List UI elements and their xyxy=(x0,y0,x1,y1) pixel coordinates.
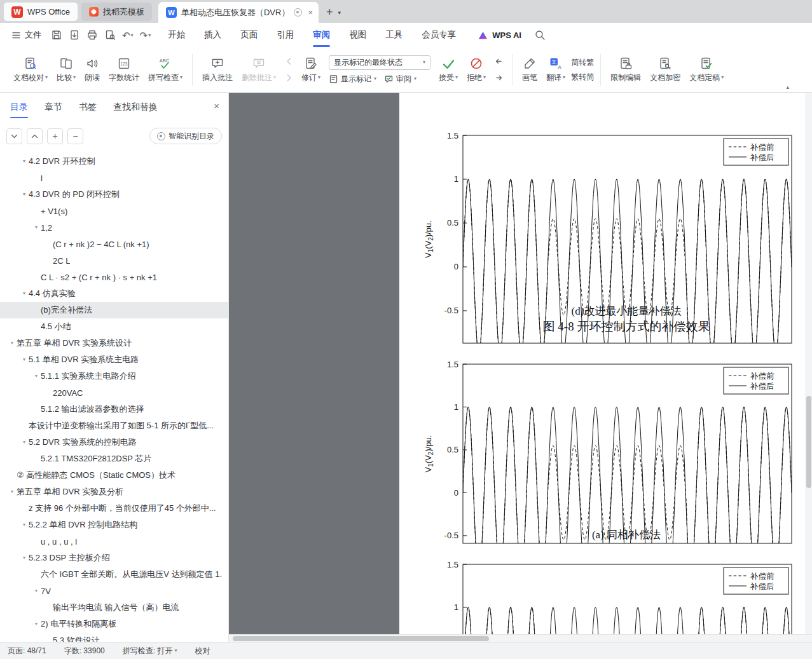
document-canvas[interactable]: 1.510.50-0.5V1(V2)/pu.补偿前补偿后 (d)改进最小能量补偿… xyxy=(229,93,812,642)
toc-item[interactable]: 4.5 小结 xyxy=(0,318,228,335)
menu-tab-page[interactable]: 页面 xyxy=(240,23,258,47)
translate-button[interactable]: 文A 翻译▾ xyxy=(542,54,570,86)
menu-tab-insert[interactable]: 插入 xyxy=(204,23,221,47)
close-tab-icon[interactable]: × xyxy=(308,8,313,17)
menu-tab-membership[interactable]: 会员专享 xyxy=(422,23,456,47)
show-markup-button[interactable]: 显示标记 ▾ xyxy=(329,74,376,85)
undo-button[interactable]: ↶▾ xyxy=(120,27,135,43)
document-page[interactable]: 1.510.50-0.5V1(V2)/pu.补偿前补偿后 (d)改进最小能量补偿… xyxy=(399,93,812,634)
brush-button[interactable]: 画笔 xyxy=(518,54,542,86)
tab-document[interactable]: W 单相动态电压恢复器（DVR） × xyxy=(158,2,319,23)
spell-check-indicator[interactable]: 拼写检查: 打开▾ xyxy=(123,646,177,656)
proofread-indicator[interactable]: 校对 xyxy=(195,646,210,656)
tab-docer-templates[interactable]: 找稻壳模板 xyxy=(81,3,152,21)
horizontal-scrollbar[interactable] xyxy=(229,634,812,642)
toc-item[interactable]: ▾5.2 DVR 实验系统的控制电路 xyxy=(0,434,228,451)
vertical-scrollbar[interactable] xyxy=(805,93,812,634)
toc-item[interactable]: ▾4.3 DVR 的 PD 闭环控制 xyxy=(0,186,228,203)
toc-item[interactable]: 5.1.2 输出滤波器参数的选择 xyxy=(0,401,228,418)
toc-item[interactable]: ▾5.2.2 单相 DVR 控制电路结构 xyxy=(0,517,228,533)
sidebar-tab-chapters[interactable]: 章节 xyxy=(45,93,62,122)
read-aloud-button[interactable]: 朗读 xyxy=(80,54,104,86)
toc-item[interactable]: ▾7V xyxy=(0,583,228,599)
export-pdf-button[interactable] xyxy=(67,27,82,43)
expand-triangle-icon[interactable]: ▾ xyxy=(20,291,29,296)
toc-item[interactable]: 六个 IGBT 全部关断。从电源电压V 达到额定值 1... xyxy=(0,566,228,583)
print-button[interactable] xyxy=(85,27,100,43)
save-button[interactable] xyxy=(49,27,64,43)
file-menu-button[interactable]: 文件 xyxy=(6,29,46,41)
new-tab-button[interactable]: + xyxy=(326,6,333,18)
review-panel-button[interactable]: 审阅 ▾ xyxy=(384,74,416,85)
reject-button[interactable]: 拒绝▾ xyxy=(462,54,490,86)
toc-item[interactable]: 2C L xyxy=(0,252,228,269)
restrict-edit-button[interactable]: 限制编辑 xyxy=(606,54,645,86)
toc-item[interactable]: C L · s2 + (C r + nk ) · s + nk +1 xyxy=(0,269,228,285)
expand-triangle-icon[interactable]: ▾ xyxy=(20,522,29,527)
toc-item[interactable]: ② 高性能静态 CMOS（Static CMOS）技术 xyxy=(0,467,228,484)
collapse-all-button[interactable] xyxy=(27,128,43,144)
menu-tab-reference[interactable]: 引用 xyxy=(277,23,294,47)
new-tab-dropdown-icon[interactable]: ▾ xyxy=(338,10,341,16)
expand-triangle-icon[interactable]: ▾ xyxy=(20,159,29,164)
expand-triangle-icon[interactable]: ▾ xyxy=(32,622,41,627)
menu-tab-start[interactable]: 开始 xyxy=(168,23,185,47)
toc-item[interactable]: ▾5.2.3 DSP 主控板介绍 xyxy=(0,550,228,566)
expand-triangle-icon[interactable]: ▾ xyxy=(32,374,41,379)
expand-triangle-icon[interactable]: ▾ xyxy=(20,440,29,445)
toc-item[interactable]: ▾1,2 xyxy=(0,219,228,236)
toc-item[interactable]: 本设计中逆变桥输出采用了如图 5-1 所示的Γ型低... xyxy=(0,418,228,434)
toc-item[interactable]: 5.3 软件设计 xyxy=(0,632,228,642)
accept-button[interactable]: 接受▾ xyxy=(434,54,462,86)
expand-triangle-icon[interactable]: ▾ xyxy=(32,588,41,594)
expand-triangle-icon[interactable]: ▾ xyxy=(8,489,17,494)
toc-item[interactable]: z 支持 96 个外部中断，当前仅使用了45 个外部中... xyxy=(0,500,228,517)
to-traditional-button[interactable]: 简转繁 xyxy=(571,57,594,68)
zoom-in-toc-button[interactable]: + xyxy=(47,128,63,144)
toc-item[interactable]: (b)完全补偿法 xyxy=(0,302,228,318)
to-simplified-button[interactable]: 繁转简 xyxy=(571,72,594,83)
expand-all-button[interactable] xyxy=(6,128,22,144)
spell-check-button[interactable]: ABC 拼写检查▾ xyxy=(144,54,187,86)
expand-triangle-icon[interactable]: ▾ xyxy=(20,357,29,362)
menu-tab-tools[interactable]: 工具 xyxy=(385,23,403,47)
toc-item[interactable]: + V1(s) xyxy=(0,203,228,219)
redo-button[interactable]: ↷▾ xyxy=(138,27,153,43)
menu-tab-view[interactable]: 视图 xyxy=(349,23,366,47)
finalize-button[interactable]: 文档定稿▾ xyxy=(685,54,728,86)
menu-tab-review[interactable]: 审阅 xyxy=(313,23,330,47)
expand-triangle-icon[interactable]: ▾ xyxy=(8,341,17,346)
toc-item[interactable]: 5.2.1 TMS320F2812DSP 芯片 xyxy=(0,451,228,467)
expand-triangle-icon[interactable]: ▾ xyxy=(20,192,29,197)
insert-comment-button[interactable]: 插入批注 xyxy=(198,54,237,86)
redo-dropdown-icon[interactable]: ▾ xyxy=(148,32,151,38)
search-button[interactable] xyxy=(534,29,546,41)
toc-item[interactable]: ▾5.1.1 实验系统主电路介绍 xyxy=(0,368,228,384)
tab-wps-office[interactable]: W WPS Office xyxy=(4,3,78,21)
horizontal-scrollbar-thumb[interactable] xyxy=(233,636,489,641)
doc-proof-button[interactable]: 文档校对▾ xyxy=(9,54,52,86)
toc-item[interactable]: ▾2) 电平转换和隔离板 xyxy=(0,616,228,632)
revise-button[interactable]: 修订▾ xyxy=(297,54,325,86)
toc-item[interactable]: ▾第五章 单相 DVR 实验及分析 xyxy=(0,484,228,500)
markup-state-select[interactable]: 显示标记的最终状态 ▾ xyxy=(329,55,430,70)
sidebar-tab-bookmarks[interactable]: 书签 xyxy=(79,93,97,122)
smart-toc-button[interactable]: 智能识别目录 xyxy=(149,128,222,144)
print-preview-button[interactable] xyxy=(102,27,118,43)
next-revision-button[interactable] xyxy=(492,72,506,85)
undo-dropdown-icon[interactable]: ▾ xyxy=(131,32,134,38)
encrypt-button[interactable]: 文档加密 xyxy=(645,54,685,86)
compare-button[interactable]: 比较▾ xyxy=(52,54,80,86)
sidebar-tab-toc[interactable]: 目录 xyxy=(10,93,28,122)
close-sidebar-icon[interactable]: × xyxy=(214,101,219,111)
toc-item[interactable]: (C r + nk )2 − 4C L (nk +1) xyxy=(0,236,228,252)
sidebar-tab-find-replace[interactable]: 查找和替换 xyxy=(113,93,158,122)
toc-item[interactable]: u , u , u , l xyxy=(0,533,228,550)
toc-item[interactable]: ▾5.1 单相 DVR 实验系统主电路 xyxy=(0,351,228,368)
word-count-indicator[interactable]: 字数: 33900 xyxy=(64,646,105,656)
collapse-ribbon-icon[interactable]: ▴ xyxy=(786,84,789,90)
previous-revision-button[interactable] xyxy=(492,55,506,68)
word-count-button[interactable]: 123 字数统计 xyxy=(104,54,144,86)
toc-item[interactable]: ▾第五章 单相 DVR 实验系统设计 xyxy=(0,335,228,351)
expand-triangle-icon[interactable]: ▾ xyxy=(32,225,41,230)
